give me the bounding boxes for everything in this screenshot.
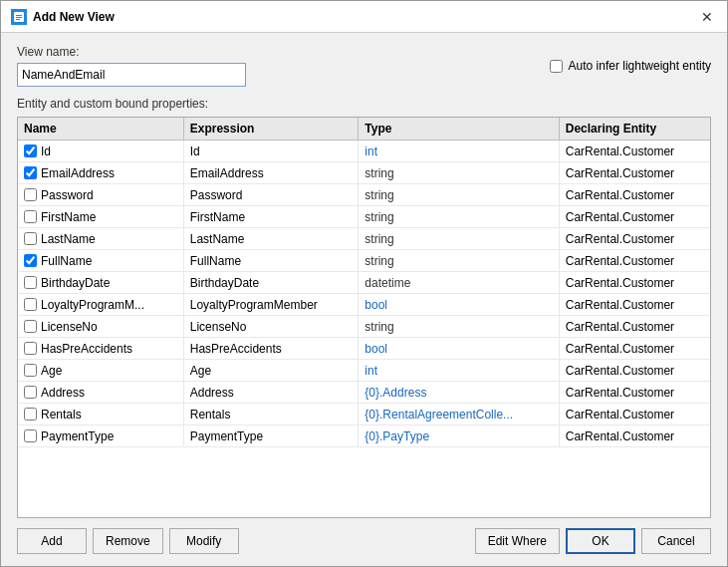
cell-expression: FullName [183, 250, 359, 272]
cell-name: FirstName [18, 206, 183, 228]
cell-declaring-entity: CarRental.Customer [559, 162, 710, 184]
title-bar-left: Add New View [11, 9, 115, 25]
cell-declaring-entity: CarRental.Customer [559, 272, 710, 294]
cell-declaring-entity: CarRental.Customer [559, 294, 710, 316]
row-checkbox-2[interactable] [24, 188, 37, 201]
title-bar: Add New View ✕ [1, 1, 727, 33]
cell-type: int [359, 360, 559, 382]
table-row[interactable]: FirstNameFirstNamestringCarRental.Custom… [18, 206, 710, 228]
left-button-group: Add Remove Modify [17, 528, 239, 554]
cell-declaring-entity: CarRental.Customer [559, 141, 710, 162]
add-button[interactable]: Add [17, 528, 87, 554]
right-button-group: Edit Where OK Cancel [475, 528, 711, 554]
row-name-text: Age [41, 364, 62, 378]
cell-expression: LoyaltyProgramMember [183, 294, 359, 316]
cell-type: string [359, 316, 559, 338]
row-checkbox-5[interactable] [24, 254, 37, 267]
row-name-text: Address [41, 386, 85, 400]
col-name: Name [18, 118, 183, 141]
cell-expression: BirthdayDate [183, 272, 359, 294]
dialog-icon [11, 9, 27, 25]
row-checkbox-11[interactable] [24, 386, 37, 399]
row-name-text: Rentals [41, 408, 82, 422]
cell-name: Address [18, 382, 183, 404]
row-checkbox-4[interactable] [24, 232, 37, 245]
cell-type: {0}.RentalAgreementColle... [359, 404, 559, 425]
cell-name: BirthdayDate [18, 272, 183, 294]
modify-button[interactable]: Modify [169, 528, 239, 554]
cell-type: int [359, 141, 559, 162]
cell-type: bool [359, 338, 559, 360]
ok-button[interactable]: OK [566, 528, 635, 554]
cell-type: string [359, 250, 559, 272]
cell-declaring-entity: CarRental.Customer [559, 338, 710, 360]
table-row[interactable]: FullNameFullNamestringCarRental.Customer [18, 250, 710, 272]
svg-rect-2 [16, 17, 22, 18]
col-declaring-entity: Declaring Entity [559, 118, 710, 141]
view-name-section: View name: [17, 45, 246, 87]
table-row[interactable]: LoyaltyProgramM...LoyaltyProgramMemberbo… [18, 294, 710, 316]
table-row[interactable]: BirthdayDateBirthdayDatedatetimeCarRenta… [18, 272, 710, 294]
table-row[interactable]: PaymentTypePaymentType{0}.PayTypeCarRent… [18, 425, 710, 447]
row-checkbox-8[interactable] [24, 320, 37, 333]
close-button[interactable]: ✕ [697, 7, 717, 27]
cancel-button[interactable]: Cancel [641, 528, 711, 554]
row-checkbox-0[interactable] [24, 144, 37, 157]
cell-type: bool [359, 294, 559, 316]
table-row[interactable]: AgeAgeintCarRental.Customer [18, 360, 710, 382]
table-row[interactable]: IdIdintCarRental.Customer [18, 141, 710, 162]
table-row[interactable]: RentalsRentals{0}.RentalAgreementColle..… [18, 404, 710, 425]
cell-type: {0}.PayType [359, 425, 559, 447]
cell-type: string [359, 228, 559, 250]
col-expression: Expression [183, 118, 359, 141]
cell-name: LicenseNo [18, 316, 183, 338]
cell-declaring-entity: CarRental.Customer [559, 184, 710, 206]
row-checkbox-12[interactable] [24, 408, 37, 421]
table-row[interactable]: HasPreAccidentsHasPreAccidentsboolCarRen… [18, 338, 710, 360]
properties-table-container[interactable]: Name Expression Type Declaring Entity Id… [17, 117, 711, 518]
row-checkbox-9[interactable] [24, 342, 37, 355]
table-row[interactable]: LastNameLastNamestringCarRental.Customer [18, 228, 710, 250]
row-name-text: PaymentType [41, 429, 114, 443]
cell-declaring-entity: CarRental.Customer [559, 360, 710, 382]
row-checkbox-1[interactable] [24, 166, 37, 179]
cell-name: LoyaltyProgramM... [18, 294, 183, 316]
row-name-text: BirthdayDate [41, 276, 110, 290]
top-row: View name: Auto infer lightweight entity [17, 45, 711, 87]
cell-type: {0}.Address [359, 382, 559, 404]
cell-expression: Age [183, 360, 359, 382]
row-checkbox-10[interactable] [24, 364, 37, 377]
row-checkbox-3[interactable] [24, 210, 37, 223]
cell-name: FullName [18, 250, 183, 272]
row-checkbox-13[interactable] [24, 429, 37, 442]
table-row[interactable]: LicenseNoLicenseNostringCarRental.Custom… [18, 316, 710, 338]
auto-infer-checkbox[interactable] [550, 60, 563, 73]
cell-declaring-entity: CarRental.Customer [559, 228, 710, 250]
row-name-text: LoyaltyProgramM... [41, 298, 144, 312]
properties-table: Name Expression Type Declaring Entity Id… [18, 118, 710, 447]
cell-name: Id [18, 141, 183, 162]
cell-expression: Id [183, 141, 359, 162]
row-name-text: EmailAddress [41, 166, 115, 180]
remove-button[interactable]: Remove [93, 528, 163, 554]
row-name-text: Password [41, 188, 94, 202]
row-checkbox-6[interactable] [24, 276, 37, 289]
row-checkbox-7[interactable] [24, 298, 37, 311]
table-row[interactable]: PasswordPasswordstringCarRental.Customer [18, 184, 710, 206]
svg-rect-1 [16, 15, 22, 16]
dialog-content: View name: Auto infer lightweight entity… [1, 33, 727, 566]
entity-label: Entity and custom bound properties: [17, 97, 711, 111]
row-name-text: HasPreAccidents [41, 342, 132, 356]
cell-name: Password [18, 184, 183, 206]
cell-expression: EmailAddress [183, 162, 359, 184]
table-row[interactable]: EmailAddressEmailAddressstringCarRental.… [18, 162, 710, 184]
view-name-input[interactable] [17, 63, 246, 87]
cell-expression: LicenseNo [183, 316, 359, 338]
row-name-text: LicenseNo [41, 320, 98, 334]
edit-where-button[interactable]: Edit Where [475, 528, 560, 554]
bottom-buttons: Add Remove Modify Edit Where OK Cancel [17, 528, 711, 554]
cell-declaring-entity: CarRental.Customer [559, 382, 710, 404]
table-row[interactable]: AddressAddress{0}.AddressCarRental.Custo… [18, 382, 710, 404]
cell-declaring-entity: CarRental.Customer [559, 425, 710, 447]
cell-name: HasPreAccidents [18, 338, 183, 360]
